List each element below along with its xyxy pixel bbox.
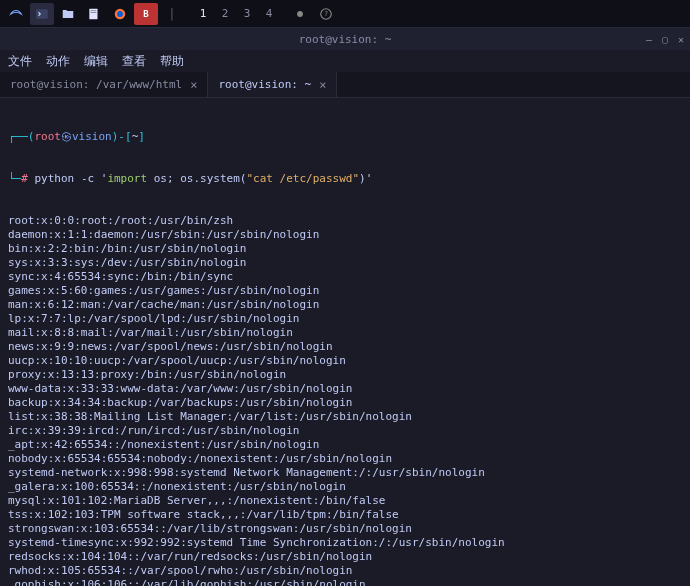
help-icon[interactable]: ? — [314, 3, 338, 25]
output-line: lp:x:7:7:lp:/var/spool/lpd:/usr/sbin/nol… — [8, 312, 682, 326]
output-line: mail:x:8:8:mail:/var/mail:/usr/sbin/nolo… — [8, 326, 682, 340]
tab-home[interactable]: root@vision: ~ × — [208, 72, 337, 97]
output-line: tss:x:102:103:TPM software stack,,,:/var… — [8, 508, 682, 522]
output-line: root:x:0:0:root:/root:/usr/bin/zsh — [8, 214, 682, 228]
output-line: _apt:x:42:65534::/nonexistent:/usr/sbin/… — [8, 438, 682, 452]
prompt-deco: └─ — [8, 172, 21, 186]
output-line: rwhod:x:105:65534::/var/spool/rwho:/usr/… — [8, 564, 682, 578]
output-line: list:x:38:38:Mailing List Manager:/var/l… — [8, 410, 682, 424]
close-icon[interactable]: ✕ — [678, 34, 684, 45]
output-line: bin:x:2:2:bin:/bin:/usr/sbin/nologin — [8, 242, 682, 256]
output-line: strongswan:x:103:65534::/var/lib/strongs… — [8, 522, 682, 536]
svg-point-5 — [117, 11, 123, 17]
prompt-line-2: └─# python -c 'import os; os.system("cat… — [8, 172, 682, 186]
menu-help[interactable]: 帮助 — [160, 53, 184, 70]
svg-text:?: ? — [324, 10, 328, 18]
terminal-viewport[interactable]: ┌──(root㉿vision)-[~] └─# python -c 'impo… — [0, 98, 690, 586]
menu-action[interactable]: 动作 — [46, 53, 70, 70]
workspace-switcher[interactable]: 1 2 3 4 — [192, 3, 280, 25]
output-line: systemd-network:x:998:998:systemd Networ… — [8, 466, 682, 480]
close-icon[interactable]: × — [319, 78, 326, 92]
menu-file[interactable]: 文件 — [8, 53, 32, 70]
prompt-deco: )-[ — [112, 130, 132, 144]
output-line: man:x:6:12:man:/var/cache/man:/usr/sbin/… — [8, 298, 682, 312]
tab-label: root@vision: /var/www/html — [10, 78, 182, 91]
cmd-end: )' — [359, 172, 372, 186]
svg-rect-2 — [91, 10, 97, 11]
output-line: games:x:5:60:games:/usr/games:/usr/sbin/… — [8, 284, 682, 298]
cmd-string: "cat /etc/passwd" — [246, 172, 359, 186]
window-title: root@vision: ~ — [299, 33, 392, 46]
menu-bar: 文件 动作 编辑 查看 帮助 — [0, 50, 690, 72]
text-editor-icon[interactable] — [82, 3, 106, 25]
output-line: www-data:x:33:33:www-data:/var/www:/usr/… — [8, 382, 682, 396]
output-line: uucp:x:10:10:uucp:/var/spool/uucp:/usr/s… — [8, 354, 682, 368]
workspace-2[interactable]: 2 — [214, 3, 236, 25]
svg-point-6 — [297, 11, 303, 17]
workspace-1[interactable]: 1 — [192, 3, 214, 25]
prompt-line-1: ┌──(root㉿vision)-[~] — [8, 130, 682, 144]
prompt-path: ~ — [132, 130, 139, 144]
menu-edit[interactable]: 编辑 — [84, 53, 108, 70]
output-line: proxy:x:13:13:proxy:/bin:/usr/sbin/nolog… — [8, 368, 682, 382]
maximize-icon[interactable]: ▢ — [662, 34, 668, 45]
output-line: daemon:x:1:1:daemon:/usr/sbin:/usr/sbin/… — [8, 228, 682, 242]
output-line: _galera:x:100:65534::/nonexistent:/usr/s… — [8, 480, 682, 494]
burp-icon[interactable]: B — [134, 3, 158, 25]
tab-label: root@vision: ~ — [218, 78, 311, 91]
cmd-import: import — [107, 172, 147, 186]
terminal-task-icon[interactable] — [30, 3, 54, 25]
files-task-icon[interactable] — [56, 3, 80, 25]
window-titlebar[interactable]: root@vision: ~ ― ▢ ✕ — [0, 28, 690, 50]
output-line: mysql:x:101:102:MariaDB Server,,,:/nonex… — [8, 494, 682, 508]
cmd-quote: ' — [101, 172, 108, 186]
firefox-icon[interactable] — [108, 3, 132, 25]
cmd-bin: python — [35, 172, 75, 186]
command-output: root:x:0:0:root:/root:/usr/bin/zshdaemon… — [8, 214, 682, 586]
svg-rect-0 — [36, 9, 48, 18]
tab-var-www-html[interactable]: root@vision: /var/www/html × — [0, 72, 208, 97]
record-icon[interactable] — [288, 3, 312, 25]
prompt-host: vision — [72, 130, 112, 144]
output-line: backup:x:34:34:backup:/var/backups:/usr/… — [8, 396, 682, 410]
prompt-deco: ┌──( — [8, 130, 35, 144]
workspace-4[interactable]: 4 — [258, 3, 280, 25]
output-line: redsocks:x:104:104::/var/run/redsocks:/u… — [8, 550, 682, 564]
terminal-tabbar: root@vision: /var/www/html × root@vision… — [0, 72, 690, 98]
prompt-at: ㉿ — [61, 130, 72, 144]
output-line: irc:x:39:39:ircd:/run/ircd:/usr/sbin/nol… — [8, 424, 682, 438]
os-taskbar: B | 1 2 3 4 ? — [0, 0, 690, 28]
divider-icon: | — [160, 3, 184, 25]
svg-rect-1 — [89, 8, 97, 19]
output-line: nobody:x:65534:65534:nobody:/nonexistent… — [8, 452, 682, 466]
minimize-icon[interactable]: ― — [646, 34, 652, 45]
close-icon[interactable]: × — [190, 78, 197, 92]
prompt-arrow: # — [21, 172, 34, 186]
output-line: _gophish:x:106:106::/var/lib/gophish:/us… — [8, 578, 682, 586]
menu-view[interactable]: 查看 — [122, 53, 146, 70]
workspace-3[interactable]: 3 — [236, 3, 258, 25]
svg-rect-3 — [91, 12, 97, 13]
output-line: sync:x:4:65534:sync:/bin:/bin/sync — [8, 270, 682, 284]
kali-menu-icon[interactable] — [4, 3, 28, 25]
prompt-user: root — [35, 130, 62, 144]
output-line: systemd-timesync:x:992:992:systemd Time … — [8, 536, 682, 550]
output-line: news:x:9:9:news:/var/spool/news:/usr/sbi… — [8, 340, 682, 354]
cmd-body: os; os.system( — [147, 172, 246, 186]
output-line: sys:x:3:3:sys:/dev:/usr/sbin/nologin — [8, 256, 682, 270]
cmd-flag: -c — [81, 172, 94, 186]
prompt-deco: ] — [138, 130, 145, 144]
